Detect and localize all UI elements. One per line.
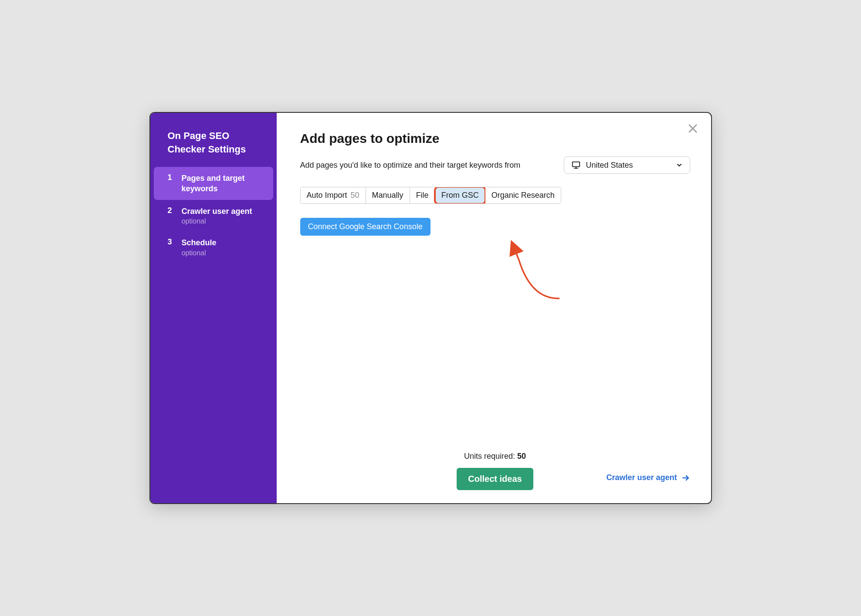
sidebar-step-crawler[interactable]: 2 Crawler user agent optional (154, 200, 273, 231)
connect-gsc-button[interactable]: Connect Google Search Console (300, 218, 430, 236)
tab-auto-import[interactable]: Auto Import 50 (301, 187, 366, 203)
arrow-right-icon (681, 474, 690, 482)
step-label: Schedule (182, 237, 217, 248)
tab-count: 50 (351, 191, 359, 200)
step-number: 1 (168, 173, 174, 182)
settings-modal: On Page SEO Checker Settings 1 Pages and… (149, 112, 712, 504)
step-number: 3 (168, 237, 174, 247)
tab-label: File (416, 191, 429, 200)
tab-label: Auto Import (307, 191, 347, 200)
desktop-icon (571, 160, 581, 170)
crawler-user-agent-link[interactable]: Crawler user agent (606, 473, 690, 482)
units-required: Units required: 50 (464, 452, 526, 461)
import-tabs: Auto Import 50 Manually File From GSC Or… (300, 187, 561, 204)
main-content: Add pages to optimize Add pages you'd li… (277, 113, 711, 503)
page-title: Add pages to optimize (300, 131, 690, 146)
annotation-arrow (488, 230, 566, 308)
tab-label: Organic Research (492, 191, 555, 200)
sidebar: On Page SEO Checker Settings 1 Pages and… (150, 113, 277, 503)
intro-text: Add pages you'd like to optimize and the… (300, 161, 521, 170)
svg-rect-2 (572, 162, 580, 167)
tab-from-gsc[interactable]: From GSC (435, 187, 485, 203)
sidebar-step-pages[interactable]: 1 Pages and target keywords (154, 167, 273, 200)
collect-ideas-button[interactable]: Collect ideas (457, 468, 533, 490)
step-number: 2 (168, 206, 174, 215)
step-label: Crawler user agent (182, 206, 252, 217)
units-label: Units required: (464, 452, 517, 460)
close-button[interactable] (685, 121, 701, 136)
sidebar-step-schedule[interactable]: 3 Schedule optional (154, 231, 273, 263)
intro-row: Add pages you'd like to optimize and the… (300, 156, 690, 174)
link-label: Crawler user agent (606, 473, 677, 482)
tab-label: From GSC (441, 191, 479, 200)
sidebar-title: On Page SEO Checker Settings (150, 129, 277, 167)
country-select[interactable]: United States (564, 156, 690, 174)
tab-organic-research[interactable]: Organic Research (485, 187, 561, 203)
tab-manually[interactable]: Manually (366, 187, 410, 203)
step-label: Pages and target keywords (182, 173, 265, 194)
tab-label: Manually (372, 191, 403, 200)
country-value: United States (586, 161, 633, 170)
step-optional: optional (182, 217, 252, 225)
tab-file[interactable]: File (410, 187, 435, 203)
footer: Units required: 50 Collect ideas Crawler… (300, 443, 690, 490)
units-value: 50 (517, 452, 526, 460)
step-optional: optional (182, 249, 217, 257)
chevron-down-icon (676, 162, 683, 169)
close-icon (688, 123, 698, 134)
